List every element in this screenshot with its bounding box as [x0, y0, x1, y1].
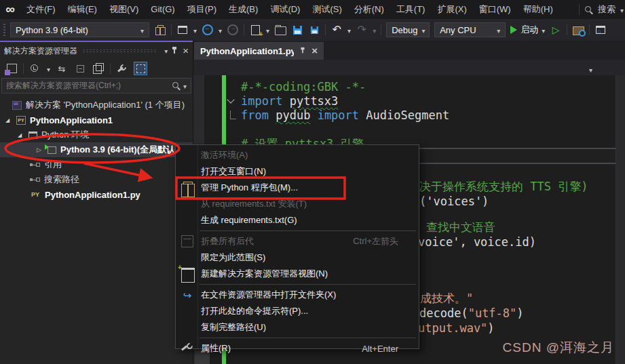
solution-explorer-toolbar: [0, 60, 193, 77]
pyfile-icon: [30, 191, 41, 198]
find-in-files-button[interactable]: [572, 23, 584, 37]
expander-expanded-icon[interactable]: [18, 132, 29, 138]
window-layout-button[interactable]: [176, 23, 189, 37]
vertical-scrollbar[interactable]: [615, 75, 625, 364]
search-box[interactable]: 搜索: [598, 3, 615, 16]
platform-combobox[interactable]: Any CPU: [434, 22, 506, 37]
menu-item[interactable]: 测试(S): [306, 0, 347, 19]
undo-button[interactable]: [330, 23, 343, 37]
context-menu-item[interactable]: 折叠所有后代Ctrl+左箭头: [176, 233, 419, 249]
context-menu-item[interactable]: 从 requirements.txt 安装(T): [176, 196, 419, 212]
copy-view-button[interactable]: [92, 62, 105, 75]
collapse-all-icon: [77, 65, 84, 73]
start-without-debugging-button[interactable]: [550, 23, 562, 37]
ref-icon: [30, 178, 40, 182]
context-menu-item[interactable]: 在文件资源管理器中打开文件夹(X): [176, 287, 419, 303]
chevron-down-icon: [373, 24, 376, 36]
tab-title: PythonApplication1.py: [200, 46, 294, 56]
configuration-combobox[interactable]: Debug: [386, 22, 430, 37]
redo-button[interactable]: [356, 23, 368, 37]
pin-icon[interactable]: [300, 47, 306, 54]
chevron-down-icon[interactable]: [193, 24, 197, 36]
collapse-all-button[interactable]: [73, 62, 87, 75]
menu-item-label: 生成 requirements.txt(G): [201, 214, 297, 226]
open-file-button[interactable]: [274, 23, 286, 37]
chevron-down-icon[interactable]: [589, 63, 592, 75]
context-menu-item[interactable]: 管理 Python 程序包(M)...: [176, 180, 419, 196]
toolbar-divider: [23, 63, 24, 74]
menu-item[interactable]: 生成(B): [223, 0, 264, 19]
new-item-button[interactable]: [249, 23, 261, 37]
tree-item[interactable]: Python 3.9 (64-bit)(全局默认值): [0, 142, 193, 157]
python-environment-combobox[interactable]: Python 3.9 (64-bit): [10, 22, 149, 37]
chevron-down-icon: [140, 25, 144, 35]
navigate-back-button[interactable]: [202, 23, 214, 37]
tree-item[interactable]: PythonApplication1: [0, 113, 193, 127]
menu-item[interactable]: 帮助(H): [517, 0, 559, 19]
wrench-button[interactable]: [115, 62, 129, 75]
menu-item[interactable]: 工具(T): [390, 0, 432, 19]
context-menu-item[interactable]: 打开此处的命令提示符(P)...: [176, 303, 419, 319]
save-button[interactable]: [291, 23, 303, 37]
close-icon[interactable]: [183, 45, 189, 56]
wrench-icon: [117, 64, 127, 73]
menu-item[interactable]: 视图(V): [103, 0, 145, 19]
visual-studio-window: 文件(F)编辑(E)视图(V)Git(G)项目(P)生成(B)调试(D)测试(S…: [0, 0, 625, 364]
menu-item[interactable]: 分析(N): [348, 0, 390, 19]
chevron-down-icon: [542, 24, 545, 36]
show-all-files-button[interactable]: [134, 62, 147, 75]
tree-item[interactable]: Python 环境: [0, 127, 193, 142]
chevron-down-icon[interactable]: [347, 24, 351, 36]
code-line: import pyttsx3: [241, 94, 338, 108]
context-menu-item[interactable]: 激活环境(A): [176, 147, 419, 163]
drag-grip[interactable]: [3, 24, 5, 36]
new-view-icon: [181, 268, 195, 283]
context-menu-item[interactable]: 复制完整路径(U): [176, 319, 419, 336]
window-position-icon[interactable]: [164, 46, 168, 56]
menu-item[interactable]: 扩展(X): [431, 0, 472, 19]
solution-explorer-title-bar[interactable]: 解决方案资源管理器: [0, 42, 193, 60]
context-menu-item[interactable]: 生成 requirements.txt(G): [176, 212, 419, 228]
context-menu-item[interactable]: 属性(R)Alt+Enter: [176, 340, 419, 357]
close-icon[interactable]: [311, 45, 318, 56]
menu-item[interactable]: Git(G): [145, 0, 181, 19]
context-menu-item[interactable]: 新建解决方案资源管理器视图(N): [176, 266, 419, 282]
search-input[interactable]: 搜索解决方案资源管理器(Ctrl+;): [1, 78, 191, 94]
manage-packages-button[interactable]: [154, 23, 166, 37]
wrench-icon: [181, 342, 193, 355]
save-all-button[interactable]: [308, 23, 320, 37]
toolbar-divider: [110, 63, 111, 74]
menu-bar-right: 搜索: [579, 3, 625, 16]
start-debug-button[interactable]: 启动: [510, 23, 545, 37]
collapse-icon: [181, 235, 193, 247]
navigate-forward-button[interactable]: [227, 23, 239, 37]
chevron-down-icon[interactable]: [266, 24, 269, 36]
chevron-down-icon[interactable]: [620, 3, 624, 16]
menu-item[interactable]: 窗口(W): [473, 0, 517, 19]
expander-expanded-icon[interactable]: [5, 117, 16, 123]
chevron-down-icon[interactable]: [47, 62, 50, 75]
editor-band: [419, 148, 625, 164]
code-fragment: decode("utf-8"): [419, 306, 524, 321]
sync-active-button[interactable]: [55, 62, 69, 75]
tree-item-label: PythonApplication1: [30, 115, 113, 125]
tree-item[interactable]: 引用: [0, 157, 193, 172]
context-menu-item[interactable]: 打开交互窗口(N): [176, 163, 419, 180]
tab-pythonapplication1[interactable]: PythonApplication1.py: [194, 42, 324, 60]
context-menu-item[interactable]: 限定为此范围(S): [176, 249, 419, 266]
menu-item[interactable]: 调试(D): [264, 0, 306, 19]
solution-icon: [12, 101, 22, 110]
tree-item[interactable]: PythonApplication1.py: [0, 187, 193, 202]
tree-item[interactable]: 解决方案 'PythonApplication1' (1 个项目): [0, 98, 193, 113]
switch-views-button[interactable]: [5, 62, 18, 75]
menu-item[interactable]: 项目(P): [181, 0, 223, 19]
tree-item[interactable]: 搜索路径: [0, 172, 193, 187]
chevron-down-icon[interactable]: [219, 24, 222, 36]
sync-namespaces-button[interactable]: [594, 23, 607, 37]
pin-icon[interactable]: [171, 47, 178, 55]
menu-item[interactable]: 文件(F): [20, 0, 62, 19]
divider: [579, 4, 580, 15]
pending-filter-button[interactable]: [29, 62, 42, 75]
chevron-down-icon[interactable]: [183, 81, 187, 91]
menu-item[interactable]: 编辑(E): [62, 0, 103, 19]
